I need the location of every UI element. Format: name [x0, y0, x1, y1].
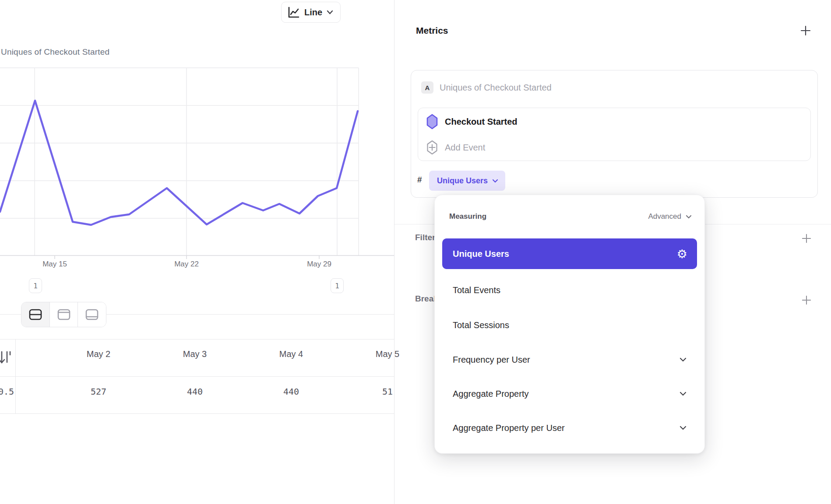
table-cell-clipped: 0.5	[0, 386, 14, 397]
annotation-badge-left[interactable]: 1	[29, 278, 42, 293]
sort-descending-icon[interactable]	[0, 349, 11, 366]
menu-item-label: Total Events	[453, 285, 500, 295]
layout-chart-top-icon	[57, 308, 71, 321]
menu-item-label: Aggregate Property	[453, 389, 528, 399]
x-tick-may-22: May 22	[151, 260, 222, 269]
table-header-may-2[interactable]: May 2	[50, 349, 147, 359]
menu-item-label: Frequency per User	[453, 355, 530, 365]
table-cell-may-2: 527	[50, 386, 147, 397]
layout-split-button[interactable]	[21, 302, 49, 327]
menu-item-unique-users-selected[interactable]: Unique Users ⚙	[442, 238, 697, 269]
measurement-chip[interactable]: Unique Users	[429, 171, 505, 191]
chevron-down-icon	[680, 426, 687, 430]
chevron-down-icon	[492, 179, 498, 183]
chevron-down-icon	[680, 357, 687, 362]
chevron-down-icon	[327, 10, 333, 14]
measured-as-number-icon: #	[417, 175, 422, 185]
menu-item-total-sessions[interactable]: Total Sessions	[442, 310, 697, 340]
layout-table-bottom-button[interactable]	[77, 302, 106, 327]
selected-item-label: Unique Users	[453, 249, 509, 259]
event-row-checkout-started[interactable]: Checkout Started	[426, 113, 803, 130]
metric-letter-badge: A	[421, 81, 433, 94]
menu-item-total-events[interactable]: Total Events	[442, 275, 697, 305]
table-top-border	[0, 339, 394, 340]
metrics-section-title: Metrics	[416, 25, 448, 36]
table-cell-may-5: 51	[339, 386, 436, 397]
table-header-may-5[interactable]: May 5	[339, 349, 436, 359]
line-chart-icon	[287, 6, 300, 19]
layout-chart-top-button[interactable]	[49, 302, 78, 327]
add-metric-button[interactable]	[798, 23, 813, 38]
table-header-border	[0, 376, 394, 377]
add-filter-button[interactable]	[799, 231, 814, 246]
app-window: Uniques of Checkout Started May 15 May 2…	[0, 0, 831, 504]
measuring-mode-dropdown[interactable]: Advanced	[604, 212, 692, 221]
table-header-may-4[interactable]: May 4	[243, 349, 339, 359]
menu-item-aggregate-property-per-user[interactable]: Aggregate Property per User	[442, 413, 697, 443]
menu-item-label: Total Sessions	[453, 320, 509, 330]
menu-item-label: Aggregate Property per User	[453, 423, 565, 433]
add-event-hexagon-plus-icon	[426, 140, 438, 155]
table-cell-may-4: 440	[243, 386, 339, 397]
chevron-down-icon	[686, 215, 692, 219]
menu-item-aggregate-property[interactable]: Aggregate Property	[442, 378, 697, 409]
line-chart	[0, 0, 394, 280]
chart-type-dropdown[interactable]: Line	[281, 2, 341, 23]
event-name: Checkout Started	[445, 117, 518, 127]
chart-type-label: Line	[304, 7, 322, 18]
layout-table-bottom-icon	[85, 308, 99, 321]
x-tick-may-15: May 15	[20, 260, 90, 269]
menu-item-frequency-per-user[interactable]: Frequency per User	[442, 344, 697, 375]
measurement-chip-label: Unique Users	[437, 176, 488, 186]
measuring-label: Measuring	[449, 212, 486, 221]
add-event-label: Add Event	[445, 143, 485, 153]
pane-divider	[394, 0, 394, 504]
event-hexagon-icon	[426, 114, 438, 130]
annotation-badge-right[interactable]: 1	[331, 278, 344, 293]
x-tick-may-29: May 29	[284, 260, 354, 269]
table-header-may-3[interactable]: May 3	[147, 349, 243, 359]
table-cell-may-3: 440	[147, 386, 243, 397]
add-event-button[interactable]: Add Event	[426, 139, 803, 156]
gear-icon[interactable]: ⚙	[677, 248, 687, 260]
metric-name[interactable]: Uniques of Checkout Started	[440, 83, 552, 93]
add-breakdown-button[interactable]	[799, 292, 814, 308]
layout-split-icon	[28, 308, 42, 321]
chevron-down-icon	[680, 392, 687, 396]
layout-toggle-group	[21, 302, 106, 327]
table-bottom-border	[0, 413, 394, 414]
measuring-mode-label: Advanced	[648, 212, 681, 221]
table-column-divider	[15, 339, 16, 413]
